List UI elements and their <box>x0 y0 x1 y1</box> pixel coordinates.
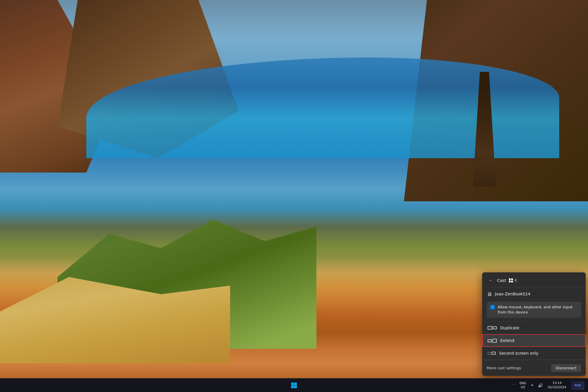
extend-mode-label: Extend <box>500 338 514 343</box>
system-tray: ⌃ ENG US ⌖ 🔊 13:14 02/10/2024 XDA <box>511 378 588 392</box>
monitor-lg-icon <box>492 339 497 343</box>
duplicate-mode-icon <box>488 326 497 330</box>
display-mode-extend[interactable]: Extend <box>482 334 586 347</box>
duplicate-mode-label: Duplicate <box>500 326 520 330</box>
svg-rect-0 <box>291 383 294 385</box>
volume-icon: 🔊 <box>538 383 543 388</box>
cast-device-name: Joao-ZenBookS14 <box>495 292 530 296</box>
volume-button[interactable]: 🔊 <box>536 378 545 392</box>
allow-input-option[interactable]: ✓ Allow mouse, keyboard, and other input… <box>487 302 581 318</box>
cast-panel-header: ← Cast K <box>482 272 586 288</box>
second-screen-mode-icon <box>488 352 496 355</box>
clock-time: 13:14 <box>552 381 562 385</box>
show-hidden-icons-button[interactable]: ⌃ <box>511 378 517 392</box>
svg-rect-3 <box>294 385 297 388</box>
svg-rect-2 <box>291 385 294 388</box>
monitor-on-icon <box>492 352 496 355</box>
clock-button[interactable]: 13:14 02/10/2024 <box>546 378 568 392</box>
cast-header-icons: K <box>509 278 517 282</box>
display-mode-duplicate[interactable]: Duplicate <box>482 322 586 334</box>
cast-panel-title: Cast <box>497 278 506 283</box>
cast-panel: ← Cast K 🖥 Joao-ZenBookS14 ✓ Allow mouse… <box>482 272 586 376</box>
language-line2: US <box>521 385 525 389</box>
monitor-off-icon <box>488 352 491 355</box>
more-cast-settings-link[interactable]: More cast settings <box>487 366 521 370</box>
language-block: ENG US <box>520 381 526 389</box>
chevron-up-icon: ⌃ <box>513 384 515 387</box>
wifi-icon: ⌖ <box>531 383 533 388</box>
allow-input-checkbox[interactable]: ✓ <box>490 305 495 309</box>
cast-keyboard-shortcut: K <box>515 278 517 282</box>
checkmark-icon: ✓ <box>491 305 494 309</box>
cast-device-row: 🖥 Joao-ZenBookS14 <box>482 288 586 301</box>
cast-grid-icon <box>509 278 513 282</box>
cast-panel-footer: More cast settings Disconnect <box>482 360 586 376</box>
monitor-icon: 🖥 <box>487 291 492 297</box>
cast-back-button[interactable]: ← <box>487 276 495 284</box>
wifi-button[interactable]: ⌖ <box>529 378 535 392</box>
start-button[interactable] <box>287 378 301 392</box>
svg-rect-1 <box>294 383 297 385</box>
display-mode-second-screen[interactable]: Second screen only <box>482 347 586 360</box>
clock-date: 02/10/2024 <box>548 385 566 389</box>
taskbar: ⌃ ENG US ⌖ 🔊 13:14 02/10/2024 XDA <box>0 378 588 392</box>
monitor-main-icon <box>488 326 492 330</box>
xda-badge: XDA <box>571 381 585 390</box>
language-indicator[interactable]: ENG US <box>518 378 528 392</box>
monitor-sm-icon <box>488 339 492 342</box>
second-screen-mode-label: Second screen only <box>499 351 539 355</box>
extend-mode-icon <box>488 339 497 343</box>
language-line1: ENG <box>520 381 526 385</box>
windows-logo-icon <box>291 382 297 389</box>
xda-label: XDA <box>574 384 581 387</box>
allow-input-label: Allow mouse, keyboard, and other input f… <box>498 305 578 315</box>
monitor-secondary-icon <box>493 326 497 329</box>
disconnect-button[interactable]: Disconnect <box>551 364 581 372</box>
